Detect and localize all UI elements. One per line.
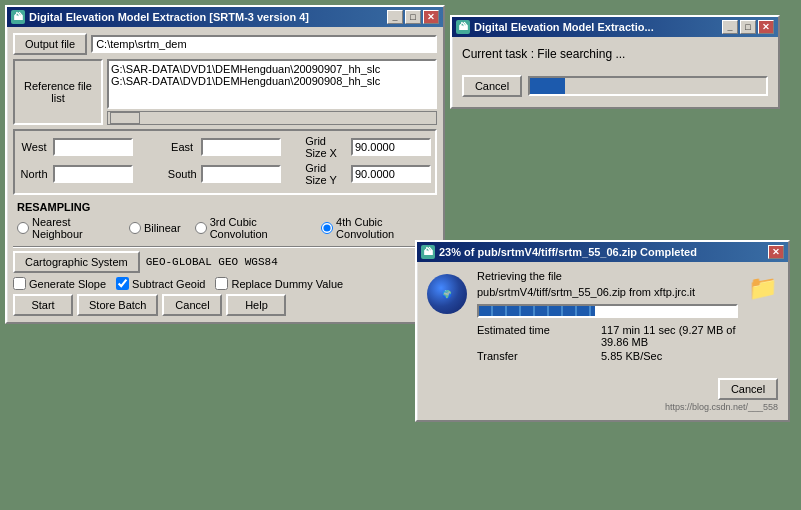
download-title-bar[interactable]: 🏔 23% of pub/srtmV4/tiff/srtm_55_06.zip … xyxy=(417,242,788,262)
cartographic-system-button[interactable]: Cartographic System xyxy=(13,251,140,273)
search-title-bar[interactable]: 🏔 Digital Elevation Model Extractio... _… xyxy=(452,17,778,37)
ref-file-item-1: G:\SAR-DATA\DVD1\DEMHengduan\20090907_hh… xyxy=(111,63,433,75)
subtract-geoid-label: Subtract Geoid xyxy=(132,278,205,290)
output-file-input[interactable] xyxy=(91,35,437,53)
transfer-label: Transfer xyxy=(477,350,597,362)
ref-file-list[interactable]: G:\SAR-DATA\DVD1\DEMHengduan\20090907_hh… xyxy=(107,59,437,109)
download-close-button[interactable]: ✕ xyxy=(768,245,784,259)
resampling-section: RESAMPLING Nearest Neighbour Bilinear 3r… xyxy=(13,199,437,242)
maximize-button[interactable]: □ xyxy=(405,10,421,24)
download-cancel-button[interactable]: Cancel xyxy=(718,378,778,400)
retrieving-label: Retrieving the file xyxy=(477,270,738,282)
output-file-button[interactable]: Output file xyxy=(13,33,87,55)
replace-dummy-label: Replace Dummy Value xyxy=(231,278,343,290)
download-progress-inner xyxy=(479,306,595,316)
dl-file-path: pub/srtmV4/tiff/srtm_55_06.zip from xftp… xyxy=(477,286,738,298)
replace-dummy-input[interactable] xyxy=(215,277,228,290)
checkbox-row: Generate Slope Subtract Geoid Replace Du… xyxy=(13,277,437,290)
store-batch-button[interactable]: Store Batch xyxy=(77,294,158,316)
cancel-button[interactable]: Cancel xyxy=(162,294,222,316)
download-window: 🏔 23% of pub/srtmV4/tiff/srtm_55_06.zip … xyxy=(415,240,790,422)
output-file-row: Output file xyxy=(13,33,437,55)
north-label: North xyxy=(19,168,49,180)
grid-size-y-label: Grid Size Y xyxy=(305,162,347,186)
close-button[interactable]: ✕ xyxy=(423,10,439,24)
replace-dummy-checkbox[interactable]: Replace Dummy Value xyxy=(215,277,343,290)
search-progress-bar xyxy=(528,76,768,96)
generate-slope-checkbox[interactable]: Generate Slope xyxy=(13,277,106,290)
generate-slope-input[interactable] xyxy=(13,277,26,290)
resampling-radio-row: Nearest Neighbour Bilinear 3rd Cubic Con… xyxy=(17,216,433,240)
minimize-button[interactable]: _ xyxy=(387,10,403,24)
download-info-grid: Estimated time 117 min 11 sec (9.27 MB o… xyxy=(477,324,738,362)
north-south-row: North South Grid Size Y xyxy=(19,162,431,186)
horizontal-scrollbar[interactable] xyxy=(107,111,437,125)
search-maximize-button[interactable]: □ xyxy=(740,20,756,34)
divider-1 xyxy=(13,246,437,248)
radio-bilinear-label: Bilinear xyxy=(144,222,181,234)
south-label: South xyxy=(167,168,197,180)
estimated-time-value: 117 min 11 sec (9.27 MB of 39.86 MB xyxy=(601,324,738,348)
coordinate-section: West East Grid Size X North South Grid S… xyxy=(13,129,437,195)
grid-size-x-label: Grid Size X xyxy=(305,135,347,159)
radio-3rd-cubic[interactable]: 3rd Cubic Convolution xyxy=(195,216,307,240)
search-window-icon: 🏔 xyxy=(456,20,470,34)
download-top-row: 🌍 Retrieving the file pub/srtmV4/tiff/sr… xyxy=(427,270,778,370)
resampling-label: RESAMPLING xyxy=(17,201,433,213)
main-content: Output file Reference file list G:\SAR-D… xyxy=(7,27,443,322)
radio-4th-cubic-input[interactable] xyxy=(321,222,333,234)
search-btn-row: Cancel xyxy=(462,75,768,97)
current-task-text: Current task : File searching ... xyxy=(462,47,768,61)
subtract-geoid-checkbox[interactable]: Subtract Geoid xyxy=(116,277,205,290)
search-title-buttons: _ □ ✕ xyxy=(722,20,774,34)
ref-file-section: Reference file list G:\SAR-DATA\DVD1\DEM… xyxy=(13,59,437,125)
radio-4th-cubic[interactable]: 4th Cubic Convolution xyxy=(321,216,433,240)
radio-3rd-cubic-input[interactable] xyxy=(195,222,207,234)
east-label: East xyxy=(167,141,197,153)
generate-slope-label: Generate Slope xyxy=(29,278,106,290)
north-input[interactable] xyxy=(53,165,133,183)
download-cancel-row: Cancel xyxy=(427,378,778,400)
download-content: 🌍 Retrieving the file pub/srtmV4/tiff/sr… xyxy=(417,262,788,420)
transfer-value: 5.85 KB/Sec xyxy=(601,350,738,362)
folder-icon: 📁 xyxy=(748,274,778,302)
download-progress-bar xyxy=(477,304,738,318)
search-close-button[interactable]: ✕ xyxy=(758,20,774,34)
radio-nearest[interactable]: Nearest Neighbour xyxy=(17,216,115,240)
download-window-title: 23% of pub/srtmV4/tiff/srtm_55_06.zip Co… xyxy=(439,246,764,258)
radio-4th-cubic-label: 4th Cubic Convolution xyxy=(336,216,433,240)
grid-size-x-input[interactable] xyxy=(351,138,431,156)
east-input[interactable] xyxy=(201,138,281,156)
main-title-bar[interactable]: 🏔 Digital Elevation Model Extraction [SR… xyxy=(7,7,443,27)
radio-bilinear-input[interactable] xyxy=(129,222,141,234)
search-window-title: Digital Elevation Model Extractio... xyxy=(474,21,718,33)
help-button[interactable]: Help xyxy=(226,294,286,316)
subtract-geoid-input[interactable] xyxy=(116,277,129,290)
south-input[interactable] xyxy=(201,165,281,183)
radio-nearest-input[interactable] xyxy=(17,222,29,234)
earth-icon: 🌍 xyxy=(427,274,467,314)
search-window: 🏔 Digital Elevation Model Extractio... _… xyxy=(450,15,780,109)
cartographic-value: GEO-GLOBAL GEO WGS84 xyxy=(146,256,278,268)
search-cancel-button[interactable]: Cancel xyxy=(462,75,522,97)
search-minimize-button[interactable]: _ xyxy=(722,20,738,34)
search-content: Current task : File searching ... Cancel xyxy=(452,37,778,107)
watermark: https://blog.csdn.net/___558 xyxy=(427,402,778,412)
west-east-row: West East Grid Size X xyxy=(19,135,431,159)
main-window-title: Digital Elevation Model Extraction [SRTM… xyxy=(29,11,383,23)
start-button[interactable]: Start xyxy=(13,294,73,316)
main-window-icon: 🏔 xyxy=(11,10,25,24)
radio-bilinear[interactable]: Bilinear xyxy=(129,222,181,234)
search-progress-inner xyxy=(530,78,565,94)
estimated-time-label: Estimated time xyxy=(477,324,597,348)
cartographic-row: Cartographic System GEO-GLOBAL GEO WGS84 xyxy=(13,251,437,273)
main-button-row: Start Store Batch Cancel Help xyxy=(13,294,437,316)
radio-3rd-cubic-label: 3rd Cubic Convolution xyxy=(210,216,307,240)
grid-size-y-input[interactable] xyxy=(351,165,431,183)
west-input[interactable] xyxy=(53,138,133,156)
ref-file-label: Reference file list xyxy=(13,59,103,125)
radio-nearest-label: Nearest Neighbour xyxy=(32,216,115,240)
download-title-buttons: ✕ xyxy=(768,245,784,259)
ref-file-item-2: G:\SAR-DATA\DVD1\DEMHengduan\20090908_hh… xyxy=(111,75,433,87)
download-window-icon: 🏔 xyxy=(421,245,435,259)
